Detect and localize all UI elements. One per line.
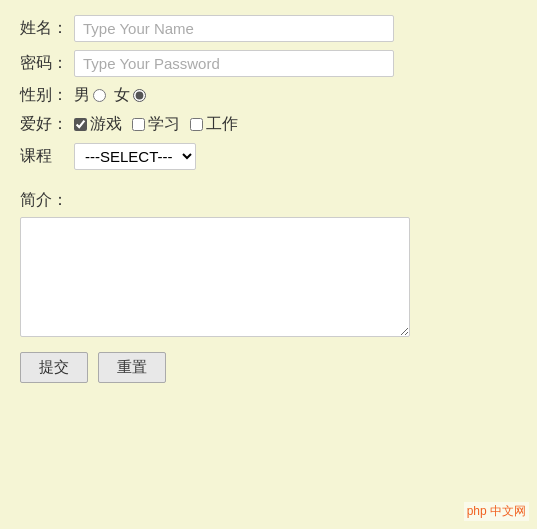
form-container: 姓名： 密码： 性别： 男 女 爱好： 游戏 bbox=[20, 15, 517, 383]
submit-button[interactable]: 提交 bbox=[20, 352, 88, 383]
gender-label: 性别： bbox=[20, 85, 70, 106]
watermark: php 中文网 bbox=[464, 502, 529, 521]
gender-radio-group: 男 女 bbox=[74, 85, 146, 106]
hobby-study-checkbox[interactable] bbox=[132, 118, 145, 131]
course-select[interactable]: ---SELECT--- bbox=[74, 143, 196, 170]
button-row: 提交 重置 bbox=[20, 352, 517, 383]
gender-female-text: 女 bbox=[114, 85, 130, 106]
hobby-label: 爱好： bbox=[20, 114, 70, 135]
hobby-game-text: 游戏 bbox=[90, 114, 122, 135]
name-input[interactable] bbox=[74, 15, 394, 42]
course-label: 课程 bbox=[20, 146, 70, 167]
password-label: 密码： bbox=[20, 53, 70, 74]
course-row: 课程 ---SELECT--- bbox=[20, 143, 517, 170]
hobby-study-label[interactable]: 学习 bbox=[132, 114, 180, 135]
intro-textarea[interactable] bbox=[20, 217, 410, 337]
gender-female-radio[interactable] bbox=[133, 89, 146, 102]
gender-male-label[interactable]: 男 bbox=[74, 85, 106, 106]
hobby-work-label[interactable]: 工作 bbox=[190, 114, 238, 135]
intro-label: 简介： bbox=[20, 190, 517, 211]
gender-male-radio[interactable] bbox=[93, 89, 106, 102]
hobby-study-text: 学习 bbox=[148, 114, 180, 135]
gender-female-label[interactable]: 女 bbox=[114, 85, 146, 106]
hobby-game-checkbox[interactable] bbox=[74, 118, 87, 131]
hobby-checkbox-group: 游戏 学习 工作 bbox=[74, 114, 238, 135]
name-row: 姓名： bbox=[20, 15, 517, 42]
hobby-row: 爱好： 游戏 学习 工作 bbox=[20, 114, 517, 135]
gender-row: 性别： 男 女 bbox=[20, 85, 517, 106]
password-row: 密码： bbox=[20, 50, 517, 77]
name-label: 姓名： bbox=[20, 18, 70, 39]
hobby-game-label[interactable]: 游戏 bbox=[74, 114, 122, 135]
reset-button[interactable]: 重置 bbox=[98, 352, 166, 383]
hobby-work-text: 工作 bbox=[206, 114, 238, 135]
spacer bbox=[20, 178, 517, 190]
password-input[interactable] bbox=[74, 50, 394, 77]
gender-male-text: 男 bbox=[74, 85, 90, 106]
hobby-work-checkbox[interactable] bbox=[190, 118, 203, 131]
